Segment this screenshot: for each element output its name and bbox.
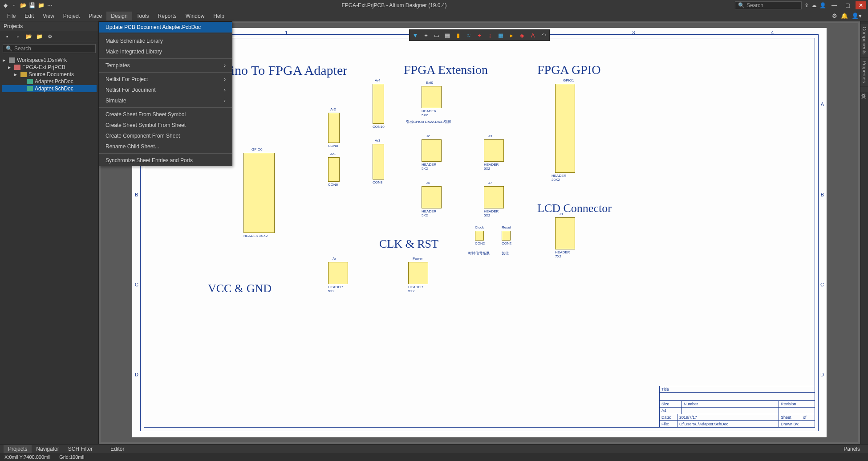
comp-j6[interactable]: J6 HEADER 5X2 [422,186,442,208]
panel-btn1-icon[interactable]: ▪ [4,33,11,40]
save-icon[interactable]: 💾 [28,2,36,9]
comp-j1[interactable]: J1 HEADER 7X2 [555,217,575,249]
comp-gpio0[interactable]: GPIO0 HEADER 20X2 [243,153,275,233]
tree-item[interactable]: ▸FPGA-Ext.PrjPCB [2,64,97,71]
dropdown-item[interactable]: Synchronize Sheet Entries and Ports [99,155,232,166]
move-icon[interactable]: ▸ [507,31,515,39]
zone-top-1: 1 [285,30,288,35]
panel-btn2-icon[interactable]: ▫ [14,33,21,40]
schematic-sheet[interactable]: 1 2 3 4 A B C D B C D Arduino To FPGA Ad… [132,28,827,438]
menu-project[interactable]: Project [59,12,84,20]
title-right-controls: 🔍 Search ⇪ ☁ 👤 — ▢ ✕ [735,1,866,9]
color-icon[interactable]: ◈ [518,31,526,39]
tab-components[interactable]: Components [860,24,868,57]
comp-ar4[interactable]: Ar4 CON10 [373,84,384,124]
dropdown-item[interactable]: Update PCB Document Adapter.PcbDoc [99,22,232,33]
menu-file[interactable]: File [3,12,20,20]
new-icon[interactable]: ▫ [11,2,18,9]
status-tab-schfilter[interactable]: SCH Filter [64,445,97,453]
group-icon[interactable]: ▦ [443,31,451,39]
dropdown-item[interactable]: Netlist For Document [99,85,232,95]
align2-icon[interactable]: ≈ [465,31,473,39]
comp-ar3[interactable]: Ar3 CON8 [373,144,384,180]
projects-panel: Projects ▪ ▫ 📂 📁 ⚙ 🔍 Search ▸Workspace1.… [0,21,99,444]
comp-j3[interactable]: J3 HEADER 5X2 [484,139,504,162]
open2-icon[interactable]: 📁 [37,2,45,9]
more-icon[interactable]: ⋯ [46,2,53,9]
align1-icon[interactable]: ▮ [454,31,462,39]
quick-access-toolbar: ◆ ▫ 📂 💾 📁 ⋯ [2,2,53,9]
projects-search-placeholder: Search [14,45,31,52]
dropdown-item[interactable]: Create Sheet From Sheet Symbol [99,109,232,120]
menu-window[interactable]: Window [181,12,209,20]
panel-btn3-icon[interactable]: 📂 [25,33,32,40]
user-icon[interactable]: 👤 [819,2,826,8]
tab-cn-file[interactable]: 文件 [860,87,868,92]
dropdown-item[interactable]: Netlist For Project [99,74,232,85]
projects-search[interactable]: 🔍 Search [3,44,96,53]
menu-reports[interactable]: Reports [154,12,181,20]
menu-help[interactable]: Help [209,12,229,20]
title-ext: FPGA Extension [404,63,488,77]
comp-ar1[interactable]: Ar1 CON6 [328,157,340,182]
align3-icon[interactable]: + [475,31,483,39]
cloud-icon[interactable]: ☁ [811,2,817,8]
status-tab-navigator[interactable]: Navigator [32,445,63,453]
grid-icon[interactable]: ▦ [497,31,505,39]
tab-properties[interactable]: Properties [860,58,868,86]
comp-ext0[interactable]: Ext0 HEADER 5X2 [422,86,442,108]
dropdown-item[interactable]: Templates [99,60,232,71]
notification-icon[interactable]: 🔔 [841,12,848,19]
dropdown-item[interactable]: Make Schematic Library [99,36,232,46]
global-search[interactable]: 🔍 Search [735,1,802,9]
tree-item[interactable]: Adapter.PcbDoc [2,78,97,85]
tree-item[interactable]: ▸Workspace1.DsnWrk [2,57,97,64]
comp-j7[interactable]: J7 HEADER 5X2 [484,186,504,208]
plus-icon[interactable]: + [422,31,430,39]
open-icon[interactable]: 📂 [20,2,27,9]
share-icon[interactable]: ⇪ [804,2,809,8]
menu-tools[interactable]: Tools [132,12,154,20]
comp-gpio1[interactable]: GPIO1 HEADER 20X2 [555,84,575,173]
comp-power[interactable]: Power HEADER 5X2 [408,262,428,284]
close-button[interactable]: ✕ [856,1,866,9]
account-icon[interactable]: 👤▾ [852,12,862,19]
gear-icon[interactable]: ⚙ [832,12,837,19]
dropdown-item[interactable]: Make Integrated Library [99,46,232,57]
status-tab-editor[interactable]: Editor [106,445,129,453]
comp-ar2[interactable]: Ar2 CON8 [328,113,340,143]
text-icon[interactable]: A [529,31,537,39]
comp-j2[interactable]: J2 HEADER 5X2 [422,139,442,162]
status-panels[interactable]: Panels [839,445,864,453]
shape-icon[interactable]: ◠ [539,31,548,39]
maximize-button[interactable]: ▢ [842,1,853,9]
title-lcd: LCD Connector [537,202,612,215]
minimize-button[interactable]: — [829,1,840,9]
tree-item[interactable]: Adapter.SchDoc [2,85,97,92]
align4-icon[interactable]: ↕ [486,31,494,39]
panel-btn5-icon[interactable]: ⚙ [46,33,53,40]
dropdown-item[interactable]: Simulate [99,95,232,106]
projects-header: Projects [0,21,98,31]
zone-left-c: C [135,282,138,287]
menu-place[interactable]: Place [84,12,106,20]
menu-view[interactable]: View [38,12,59,20]
comp-ar[interactable]: Ar HEADER 5X2 [328,262,348,284]
menu-design[interactable]: Design [106,12,132,20]
tree-item[interactable]: ▸Source Documents [2,71,97,78]
panel-btn4-icon[interactable]: 📁 [36,33,43,40]
zone-side-d: D [820,372,824,377]
select-icon[interactable]: ▭ [433,31,441,39]
dropdown-item[interactable]: Create Component From Sheet [99,131,232,141]
zone-side-c: C [820,282,824,287]
comp-reset[interactable]: Reset CON2 [502,231,511,241]
comp-clock[interactable]: Clock CON2 [475,231,484,241]
title-gpio: FPGA GPIO [537,63,600,77]
dropdown-item[interactable]: Create Sheet Symbol From Sheet [99,120,232,131]
status-tab-projects[interactable]: Projects [4,445,32,453]
menu-edit[interactable]: Edit [20,12,38,20]
zone-top-4: 4 [771,30,774,35]
dropdown-item[interactable]: Rename Child Sheet... [99,141,232,152]
active-bar: ▼ + ▭ ▦ ▮ ≈ + ↕ ▦ ▸ ◈ A ◠ [409,29,550,41]
filter-icon[interactable]: ▼ [411,31,419,39]
